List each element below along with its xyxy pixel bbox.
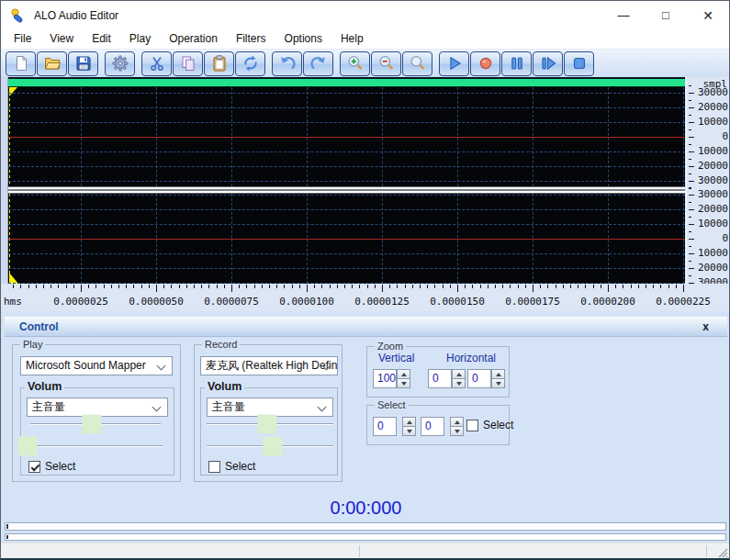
time-tick-label: 0.0000125	[354, 296, 410, 308]
resume-step-button[interactable]	[533, 51, 563, 76]
menu-item-play[interactable]: Play	[120, 29, 160, 49]
record-slider-1[interactable]	[207, 416, 333, 432]
time-tick	[208, 285, 209, 288]
time-tick	[156, 285, 157, 292]
axis-tick	[689, 202, 691, 203]
time-tick	[321, 285, 322, 288]
zoom-magnifier-button[interactable]	[402, 51, 432, 76]
spin-down-button[interactable]	[397, 378, 410, 388]
play-select-checkbox[interactable]	[28, 461, 40, 473]
time-gridline	[457, 194, 458, 284]
slider-thumb[interactable]	[260, 417, 275, 432]
time-tick	[344, 285, 345, 288]
select-end-value[interactable]: 0	[421, 417, 444, 436]
menu-item-options[interactable]: Options	[275, 29, 331, 49]
pause-bars-button[interactable]	[501, 51, 532, 76]
menu-item-view[interactable]: View	[40, 29, 83, 49]
new-file-button[interactable]	[6, 51, 36, 76]
spin-up-button[interactable]	[452, 369, 466, 378]
axis-tick	[689, 100, 691, 101]
waveform-plot[interactable]	[8, 77, 685, 284]
time-tick	[239, 285, 240, 288]
menu-item-operation[interactable]: Operation	[160, 29, 227, 49]
select-checkbox-row: Select	[466, 419, 513, 431]
zoom-horizontal-value-2[interactable]: 0	[467, 369, 491, 388]
select-checkbox[interactable]	[466, 420, 478, 431]
close-button[interactable]: ✕	[687, 1, 729, 29]
resize-grip[interactable]	[715, 545, 728, 558]
save-floppy-button[interactable]	[68, 51, 98, 76]
zoom-out-magnifier-button[interactable]	[371, 51, 401, 76]
zoom-horizontal-spinbox-1: 0	[428, 369, 466, 388]
play-slider-2[interactable]	[23, 438, 163, 454]
position-bar-2[interactable]	[5, 533, 726, 541]
record-slider-2[interactable]	[207, 438, 333, 454]
channel-separator[interactable]	[8, 186, 685, 194]
record-select-checkbox[interactable]	[208, 461, 220, 473]
menu-item-file[interactable]: File	[5, 29, 40, 49]
record-device-select[interactable]: 麦克风 (Realtek High Definiti	[200, 356, 338, 375]
paste-clipboard-icon	[210, 54, 229, 73]
spin-up-button[interactable]	[491, 369, 505, 378]
time-tick	[314, 285, 315, 288]
time-gridline	[81, 194, 82, 284]
undo-arrow-button[interactable]	[272, 51, 302, 76]
stop-square-button[interactable]	[564, 51, 594, 76]
toolbar-group	[340, 51, 432, 76]
refresh-arrows-button[interactable]	[235, 51, 265, 76]
waveform-channel-1[interactable]	[8, 87, 685, 186]
play-triangle-button[interactable]	[439, 51, 469, 76]
record-volume-group-title: Volum	[205, 380, 244, 393]
cut-scissors-button[interactable]	[141, 51, 172, 76]
time-tick	[443, 285, 444, 288]
time-tick	[615, 285, 616, 288]
play-slider-1[interactable]	[30, 416, 161, 432]
paste-clipboard-button[interactable]	[204, 51, 234, 76]
copy-pages-button[interactable]	[173, 51, 203, 76]
play-select-row: Select	[28, 460, 75, 473]
minimize-button[interactable]: —	[602, 1, 645, 29]
menu-item-filters[interactable]: Filters	[227, 29, 275, 49]
spin-up-button[interactable]	[450, 417, 464, 426]
spin-down-button[interactable]	[491, 378, 505, 388]
copy-pages-icon	[179, 54, 197, 73]
spin-up-button[interactable]	[402, 417, 416, 426]
open-folder-button[interactable]	[37, 51, 67, 76]
slider-track[interactable]	[23, 445, 163, 447]
maximize-button[interactable]: □	[645, 1, 687, 29]
spin-down-button[interactable]	[402, 426, 416, 436]
slider-thumb[interactable]	[264, 439, 280, 454]
cursor-handle-top-icon[interactable]	[9, 87, 17, 96]
menu-item-help[interactable]: Help	[331, 29, 373, 49]
position-bar-1[interactable]	[5, 522, 726, 531]
toolbar-group	[141, 51, 265, 76]
control-panel-close-button[interactable]: x	[702, 320, 709, 333]
spin-up-button[interactable]	[397, 369, 410, 378]
time-tick	[43, 285, 44, 288]
time-tick	[653, 285, 654, 288]
play-group-title: Play	[20, 338, 45, 351]
record-circle-button[interactable]	[470, 51, 500, 76]
select-start-value[interactable]: 0	[373, 417, 397, 436]
time-tick	[13, 285, 14, 288]
spin-down-button[interactable]	[452, 378, 466, 388]
slider-thumb[interactable]	[84, 417, 99, 432]
zoom-in-magnifier-button[interactable]	[340, 51, 370, 76]
time-gridline	[307, 194, 308, 284]
time-tick	[601, 285, 601, 288]
waveform-channel-2[interactable]	[8, 194, 685, 284]
settings-gear-button[interactable]	[105, 51, 135, 76]
play-device-select[interactable]: Microsoft Sound Mapper	[20, 356, 173, 375]
spin-down-button[interactable]	[450, 426, 464, 436]
axis-tick	[689, 174, 691, 174]
redo-arrow-button[interactable]	[303, 51, 333, 76]
status-bar	[1, 543, 729, 559]
time-tick	[36, 285, 37, 288]
zoom-horizontal-value-1[interactable]: 0	[428, 369, 452, 388]
zoom-group: Zoom Vertical Horizontal 100 0 0	[366, 346, 510, 398]
time-tick	[201, 285, 202, 288]
time-gridline	[156, 194, 157, 284]
zoom-vertical-value[interactable]: 100	[373, 369, 397, 388]
slider-thumb[interactable]	[19, 439, 35, 454]
menu-item-edit[interactable]: Edit	[83, 29, 120, 49]
